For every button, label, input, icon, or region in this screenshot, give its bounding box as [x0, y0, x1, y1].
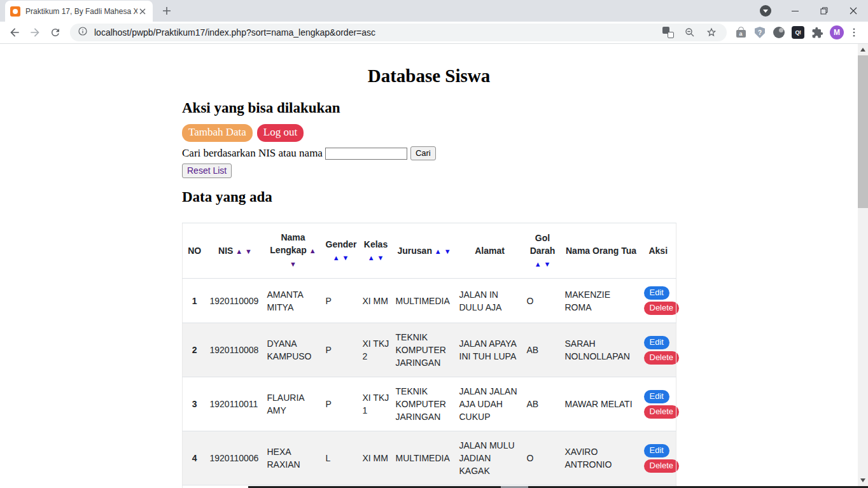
table-row: 21920110008DYANA KAMPUSOPXI TKJ 2TEKNIK … [183, 323, 676, 377]
edit-button[interactable]: Edit [644, 286, 669, 300]
web-page: Database Siswa Aksi yang bisa dilakukan … [182, 66, 676, 488]
page-content: Database Siswa Aksi yang bisa dilakukan … [0, 44, 868, 488]
sort-desc-nama_lengkap-icon[interactable]: ▼ [290, 260, 297, 268]
search-input[interactable] [325, 148, 407, 160]
xampp-favicon-icon [10, 6, 20, 17]
extension-bag-icon[interactable]: a [732, 24, 750, 41]
minimize-button[interactable] [780, 0, 809, 22]
column-header-aksi: Aksi [641, 223, 676, 279]
sort-desc-jurusan-icon[interactable]: ▼ [444, 247, 451, 255]
table-row: 31920110011FLAURIA AMYPXI TKJ 1TEKNIK KO… [183, 377, 676, 431]
cell-nama_lengkap: AMANTA MITYA [264, 279, 323, 323]
cell-gol_darah: AB [524, 323, 562, 377]
extensions-puzzle-icon[interactable] [808, 24, 826, 41]
extension-shield-icon[interactable]: ? [751, 24, 769, 41]
cell-alamat: JALAN MULU JADIAN KAGAK [456, 431, 524, 485]
delete-button[interactable]: Delete [644, 302, 680, 315]
cell-aksi: EditDelete [641, 323, 676, 377]
sort-asc-gol_darah-icon[interactable]: ▲ [535, 260, 542, 268]
forward-icon[interactable] [25, 23, 45, 42]
cell-nama_lengkap: DYANA KAMPUSO [264, 323, 323, 377]
refresh-icon[interactable] [46, 23, 65, 42]
window-badge-icon[interactable] [760, 5, 771, 17]
cell-nis: 1920110009 [207, 279, 264, 323]
extension-circle-icon[interactable] [770, 24, 788, 41]
sort-asc-nis-icon[interactable]: ▲ [235, 247, 242, 255]
column-header-nama_lengkap: Nama Lengkap ▲ ▼ [264, 223, 323, 279]
scrollbar-up-icon[interactable] [860, 48, 865, 52]
cell-jurusan: TEKNIK KOMPUTER JARINGAN [393, 323, 456, 377]
cell-no: 2 [183, 323, 207, 377]
cell-gender: P [323, 279, 360, 323]
cell-no: 4 [183, 431, 207, 485]
cell-no: 3 [183, 377, 207, 431]
table-row: 11920110009AMANTA MITYAPXI MMMULTIMEDIAJ… [183, 279, 676, 323]
browser-window: Praktikum 17, By Fadli Mahesa XI [0, 0, 868, 488]
column-header-no: NO [183, 223, 207, 279]
scrollbar-thumb[interactable] [858, 55, 868, 208]
cell-jurusan: TEKNIK KOMPUTER JARINGAN [393, 377, 456, 431]
tab-strip: Praktikum 17, By Fadli Mahesa XI [0, 0, 868, 22]
scrollbar-down-icon[interactable] [860, 478, 865, 482]
reset-list-button[interactable]: Reset List [182, 164, 232, 178]
cell-nama_orang_tua: XAVIRO ANTRONIO [562, 431, 641, 485]
delete-button[interactable]: Delete [644, 405, 680, 419]
extension-q-icon[interactable]: Q! [789, 24, 807, 41]
back-icon[interactable] [5, 23, 24, 42]
column-header-nis: NIS ▲ ▼ [207, 223, 264, 279]
actions-heading: Aksi yang bisa dilakukan [182, 100, 676, 116]
site-info-icon[interactable] [78, 26, 88, 39]
scrollbar[interactable] [858, 44, 868, 488]
new-tab-button[interactable] [158, 2, 176, 20]
column-header-gol_darah: Gol Darah ▲ ▼ [524, 223, 562, 279]
search-label: Cari berdasarkan NIS atau nama [182, 147, 323, 160]
cari-button[interactable]: Cari [410, 146, 436, 160]
cell-gol_darah: AB [524, 377, 562, 431]
edit-button[interactable]: Edit [644, 444, 669, 457]
column-header-gender: Gender ▲ ▼ [323, 223, 360, 279]
tambah-data-button[interactable]: Tambah Data [182, 124, 253, 142]
address-bar[interactable]: localhost/pwpb/Praktikum17/index.php?sor… [70, 24, 727, 41]
cell-kelas: XI MM [360, 431, 393, 485]
restore-button[interactable] [809, 0, 839, 22]
close-button[interactable] [839, 0, 868, 22]
cell-aksi: EditDelete [641, 431, 676, 485]
column-header-kelas: Kelas ▲ ▼ [360, 223, 393, 279]
sort-desc-gol_darah-icon[interactable]: ▼ [543, 260, 550, 268]
cell-gender: L [323, 431, 360, 485]
cell-gol_darah: O [524, 279, 562, 323]
cell-nama_lengkap: FLAURIA AMY [264, 377, 323, 431]
page-title: Database Siswa [182, 66, 676, 87]
table-row: 41920110006HEXA RAXIANLXI MMMULTIMEDIAJA… [183, 431, 676, 485]
data-heading: Data yang ada [182, 189, 676, 206]
cell-nis: 1920110011 [207, 377, 264, 431]
sort-asc-gender-icon[interactable]: ▲ [333, 254, 340, 261]
zoom-indicator-icon[interactable] [682, 25, 697, 40]
sort-desc-gender-icon[interactable]: ▼ [342, 254, 349, 261]
edit-button[interactable]: Edit [644, 390, 669, 403]
tab-title: Praktikum 17, By Fadli Mahesa XI [25, 7, 137, 16]
cell-gender: P [323, 377, 360, 431]
tab-close-icon[interactable] [137, 6, 148, 17]
cell-kelas: XI TKJ 2 [360, 323, 393, 377]
table-header-row: NONIS ▲ ▼Nama Lengkap ▲ ▼Gender ▲ ▼Kelas… [183, 223, 676, 279]
bookmark-star-icon[interactable] [704, 25, 719, 40]
sort-desc-nis-icon[interactable]: ▼ [245, 247, 252, 255]
edit-button[interactable]: Edit [644, 336, 669, 349]
translate-icon[interactable] [661, 25, 676, 40]
sort-desc-kelas-icon[interactable]: ▼ [377, 254, 384, 261]
cell-gender: P [323, 323, 360, 377]
sort-asc-kelas-icon[interactable]: ▲ [368, 254, 375, 261]
logout-button[interactable]: Log out [257, 124, 304, 142]
cell-no [183, 485, 207, 488]
sort-asc-nama_lengkap-icon[interactable]: ▲ [309, 247, 316, 254]
menu-dots-icon[interactable] [845, 24, 863, 41]
url-text[interactable]: localhost/pwpb/Praktikum17/index.php?sor… [94, 27, 654, 38]
profile-avatar[interactable]: M [830, 25, 844, 39]
delete-button[interactable]: Delete [644, 351, 680, 365]
cell-kelas: XI TKJ 1 [360, 377, 393, 431]
column-header-jurusan: Jurusan ▲ ▼ [393, 223, 456, 279]
browser-tab[interactable]: Praktikum 17, By Fadli Mahesa XI [5, 1, 153, 22]
delete-button[interactable]: Delete [644, 459, 680, 473]
sort-asc-jurusan-icon[interactable]: ▲ [435, 247, 442, 255]
